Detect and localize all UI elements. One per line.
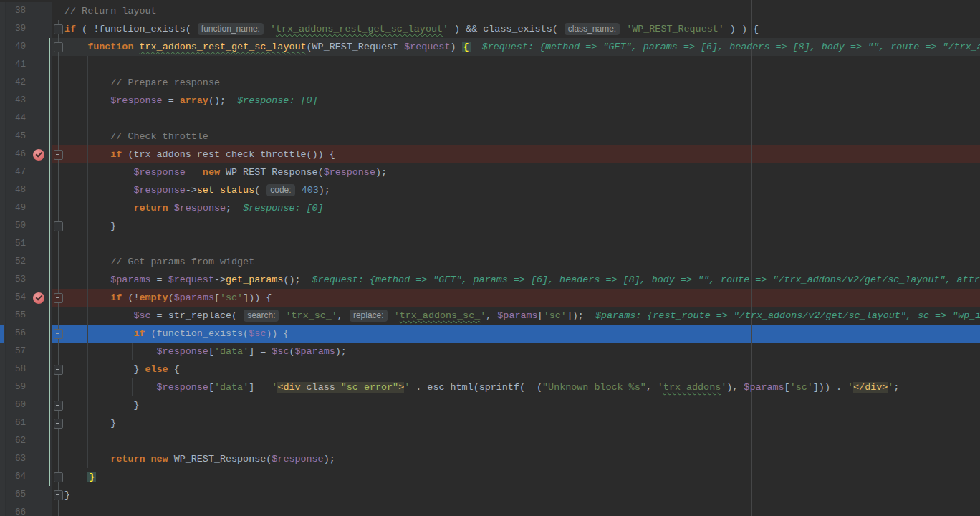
line-number[interactable]: 50 xyxy=(6,217,29,235)
code-line-54[interactable]: 54 if (!empty($params['sc'])) { xyxy=(0,289,980,307)
line-number[interactable]: 38 xyxy=(6,2,29,20)
code-line-text[interactable]: } xyxy=(64,414,980,432)
gutter-icon-cell[interactable] xyxy=(29,504,48,516)
code-line-text[interactable]: } xyxy=(64,396,980,414)
fold-region-start-icon[interactable] xyxy=(54,150,63,160)
code-line-42[interactable]: 42 // Prepare response xyxy=(0,74,980,92)
gutter-icon-cell[interactable] xyxy=(29,235,48,253)
gutter-icon-cell[interactable] xyxy=(29,253,48,271)
code-line-text[interactable]: $response['data'] = '<div class="sc_erro… xyxy=(64,378,980,396)
line-number[interactable]: 46 xyxy=(6,145,29,163)
code-line-text[interactable]: if ( !function_exists( function_name: 't… xyxy=(64,20,980,38)
breakpoint-icon[interactable] xyxy=(33,292,44,304)
code-line-text[interactable]: $response = array(); $response: [0] xyxy=(64,92,980,110)
code-line-text[interactable]: } else { xyxy=(64,360,980,378)
code-line-57[interactable]: 57 $response['data'] = $sc($params); xyxy=(0,343,980,360)
code-line-55[interactable]: 55 $sc = str_replace( search: 'trx_sc_',… xyxy=(0,307,980,325)
code-line-text[interactable]: return new WP_REST_Response($response); xyxy=(64,450,980,468)
gutter-icon-cell[interactable] xyxy=(29,271,48,289)
gutter-icon-cell[interactable] xyxy=(29,307,48,325)
gutter-icon-cell[interactable] xyxy=(29,450,48,468)
code-line-text[interactable]: // Check throttle xyxy=(64,128,980,145)
code-line-52[interactable]: 52 // Get params from widget xyxy=(0,253,980,271)
gutter-icon-cell[interactable] xyxy=(29,20,48,38)
line-number[interactable]: 55 xyxy=(6,307,29,325)
fold-region-end-icon[interactable] xyxy=(54,419,63,429)
line-number[interactable]: 48 xyxy=(6,181,29,199)
code-line-62[interactable]: 62 xyxy=(0,432,980,450)
line-number[interactable]: 41 xyxy=(6,56,29,74)
gutter-icon-cell[interactable] xyxy=(29,414,48,432)
code-line-text[interactable]: if (function_exists($sc)) { xyxy=(64,325,980,343)
code-line-text[interactable]: if (trx_addons_rest_check_throttle()) { xyxy=(64,145,980,163)
code-line-43[interactable]: 43 $response = array(); $response: [0] xyxy=(0,92,980,110)
code-line-65[interactable]: 65} xyxy=(0,486,980,504)
code-line-38[interactable]: 38// Return layout xyxy=(0,2,980,20)
code-line-53[interactable]: 53 $params = $request->get_params(); $re… xyxy=(0,271,980,289)
code-line-text[interactable]: } xyxy=(64,217,980,235)
gutter-icon-cell[interactable] xyxy=(29,128,48,145)
code-line-text[interactable]: $response = new WP_REST_Response($respon… xyxy=(64,163,980,181)
gutter-icon-cell[interactable] xyxy=(29,92,48,110)
line-number[interactable]: 44 xyxy=(6,110,29,128)
line-number[interactable]: 64 xyxy=(6,468,29,486)
gutter-icon-cell[interactable] xyxy=(29,325,48,343)
fold-region-end-icon[interactable] xyxy=(54,401,63,411)
code-line-text[interactable]: } xyxy=(64,486,980,504)
line-number[interactable]: 59 xyxy=(6,378,29,396)
line-number[interactable]: 62 xyxy=(6,432,29,450)
line-number[interactable]: 53 xyxy=(6,271,29,289)
gutter-icon-cell[interactable] xyxy=(29,199,48,217)
gutter-icon-cell[interactable] xyxy=(29,396,48,414)
gutter-icon-cell[interactable] xyxy=(29,163,48,181)
line-number[interactable]: 66 xyxy=(6,504,29,516)
fold-region-end-icon[interactable] xyxy=(54,472,63,482)
line-number[interactable]: 39 xyxy=(6,20,29,38)
code-line-text[interactable]: } xyxy=(64,468,980,486)
gutter-icon-cell[interactable] xyxy=(29,38,48,56)
line-number[interactable]: 40 xyxy=(6,38,29,56)
line-number[interactable]: 51 xyxy=(6,235,29,253)
code-line-51[interactable]: 51 xyxy=(0,235,980,253)
code-line-48[interactable]: 48 $response->set_status( code: 403); xyxy=(0,181,980,199)
code-line-text[interactable]: $response['data'] = $sc($params); xyxy=(64,343,980,360)
fold-region-start-icon[interactable] xyxy=(54,24,63,34)
code-line-text[interactable] xyxy=(64,56,980,74)
line-number[interactable]: 45 xyxy=(6,128,29,145)
code-line-41[interactable]: 41 xyxy=(0,56,980,74)
code-line-66[interactable]: 66 xyxy=(0,504,980,516)
gutter-icon-cell[interactable] xyxy=(29,432,48,450)
code-line-63[interactable]: 63 return new WP_REST_Response($response… xyxy=(0,450,980,468)
fold-region-start-icon[interactable] xyxy=(54,329,63,339)
code-line-text[interactable] xyxy=(64,504,980,516)
breakpoint-icon[interactable] xyxy=(33,149,44,161)
gutter-icon-cell[interactable] xyxy=(29,289,48,307)
fold-region-start-icon[interactable] xyxy=(54,293,63,303)
gutter-icon-cell[interactable] xyxy=(29,56,48,74)
gutter-icon-cell[interactable] xyxy=(29,145,48,163)
code-line-text[interactable] xyxy=(64,432,980,450)
code-line-61[interactable]: 61 } xyxy=(0,414,980,432)
gutter-icon-cell[interactable] xyxy=(29,343,48,360)
gutter-icon-cell[interactable] xyxy=(29,217,48,235)
line-number[interactable]: 47 xyxy=(6,163,29,181)
gutter-icon-cell[interactable] xyxy=(29,181,48,199)
code-line-46[interactable]: 46 if (trx_addons_rest_check_throttle())… xyxy=(0,145,980,163)
code-line-44[interactable]: 44 xyxy=(0,110,980,128)
line-number[interactable]: 54 xyxy=(6,289,29,307)
fold-region-end-icon[interactable] xyxy=(54,490,63,500)
gutter-icon-cell[interactable] xyxy=(29,360,48,378)
code-line-text[interactable]: if (!empty($params['sc'])) { xyxy=(64,289,980,307)
line-number[interactable]: 58 xyxy=(6,360,29,378)
code-line-40[interactable]: 40 function trx_addons_rest_get_sc_layou… xyxy=(0,38,980,56)
line-number[interactable]: 61 xyxy=(6,414,29,432)
gutter-icon-cell[interactable] xyxy=(29,74,48,92)
code-line-text[interactable]: $sc = str_replace( search: 'trx_sc_', re… xyxy=(64,307,980,325)
line-number[interactable]: 49 xyxy=(6,199,29,217)
line-number[interactable]: 65 xyxy=(6,486,29,504)
code-line-text[interactable] xyxy=(64,235,980,253)
gutter-icon-cell[interactable] xyxy=(29,2,48,20)
code-line-58[interactable]: 58 } else { xyxy=(0,360,980,378)
code-line-50[interactable]: 50 } xyxy=(0,217,980,235)
line-number[interactable]: 60 xyxy=(6,396,29,414)
